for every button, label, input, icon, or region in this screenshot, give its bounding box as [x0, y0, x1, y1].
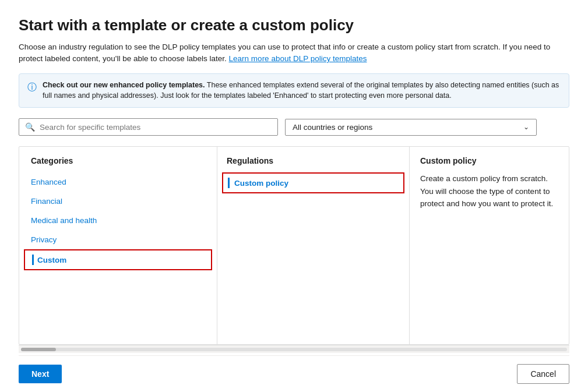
- search-filter-row: 🔍 All countries or regions ⌄: [19, 118, 569, 136]
- page-description: Choose an industry regulation to see the…: [19, 41, 569, 65]
- info-icon: ⓘ: [27, 80, 37, 94]
- regulation-custom-policy-label: Custom policy: [234, 179, 288, 188]
- three-column-panel: Categories Enhanced Financial Medical an…: [19, 146, 569, 345]
- search-box[interactable]: 🔍: [19, 118, 278, 136]
- banner-content: Check out our new enhanced policy templa…: [43, 80, 561, 102]
- categories-header: Categories: [19, 156, 217, 172]
- cancel-button[interactable]: Cancel: [517, 364, 569, 384]
- category-medical[interactable]: Medical and health: [19, 211, 217, 230]
- selection-bar: [32, 255, 34, 265]
- scrollbar-track[interactable]: [21, 348, 567, 351]
- footer-row: Next Cancel: [19, 355, 569, 392]
- category-custom[interactable]: Custom: [24, 249, 212, 270]
- region-dropdown[interactable]: All countries or regions ⌄: [285, 119, 537, 136]
- scrollbar-row[interactable]: [19, 345, 569, 353]
- info-banner: ⓘ Check out our new enhanced policy temp…: [19, 73, 569, 108]
- regulations-header: Regulations: [217, 156, 409, 172]
- regulation-custom-policy[interactable]: Custom policy: [222, 172, 404, 193]
- category-custom-label: Custom: [37, 256, 66, 264]
- category-privacy[interactable]: Privacy: [19, 230, 217, 249]
- categories-column: Categories Enhanced Financial Medical an…: [19, 147, 217, 344]
- regulation-selection-bar: [228, 178, 230, 188]
- next-button[interactable]: Next: [19, 365, 62, 383]
- custom-policy-description: Create a custom policy from scratch. You…: [420, 172, 558, 210]
- custom-policy-column: Custom policy Create a custom policy fro…: [410, 147, 569, 344]
- chevron-down-icon: ⌄: [523, 123, 529, 131]
- category-financial[interactable]: Financial: [19, 192, 217, 211]
- page-title: Start with a template or create a custom…: [19, 16, 569, 34]
- custom-policy-header: Custom policy: [420, 156, 558, 172]
- search-input[interactable]: [40, 123, 272, 132]
- category-enhanced[interactable]: Enhanced: [19, 172, 217, 192]
- scrollbar-thumb[interactable]: [21, 348, 56, 351]
- region-label: All countries or regions: [293, 123, 372, 132]
- search-icon: 🔍: [25, 122, 35, 132]
- dlp-policy-link[interactable]: Learn more about DLP policy templates: [229, 54, 367, 63]
- regulations-column: Regulations Custom policy: [217, 147, 410, 344]
